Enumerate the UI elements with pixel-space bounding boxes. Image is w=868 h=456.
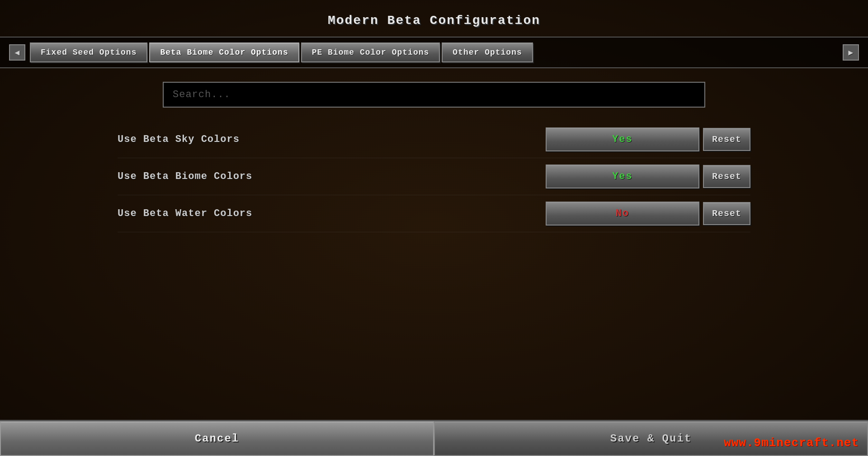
option-row-biome: Use Beta Biome Colors Yes Reset bbox=[118, 158, 750, 195]
value-button-sky[interactable]: Yes bbox=[546, 127, 699, 151]
bottom-bar: Cancel Save & Quit www.9minecraft.net bbox=[0, 420, 868, 456]
page-title: Modern Beta Configuration bbox=[328, 14, 540, 28]
tab-beta-biome-color[interactable]: Beta Biome Color Options bbox=[149, 42, 299, 62]
option-controls-sky: Yes Reset bbox=[546, 127, 750, 151]
tab-other-options[interactable]: Other Options bbox=[442, 42, 533, 62]
tabs-list: Fixed Seed Options Beta Biome Color Opti… bbox=[25, 38, 843, 67]
tabs-bar: ◀ Fixed Seed Options Beta Biome Color Op… bbox=[0, 37, 868, 68]
reset-button-water[interactable]: Reset bbox=[703, 202, 750, 225]
value-button-biome[interactable]: Yes bbox=[546, 165, 699, 188]
value-button-water[interactable]: No bbox=[546, 202, 699, 226]
tab-arrow-right[interactable]: ▶ bbox=[843, 44, 859, 61]
search-bar-container bbox=[163, 82, 705, 108]
options-list: Use Beta Sky Colors Yes Reset Use Beta B… bbox=[118, 121, 750, 232]
watermark: www.9minecraft.net bbox=[724, 436, 859, 450]
reset-button-biome[interactable]: Reset bbox=[703, 165, 750, 188]
cancel-button[interactable]: Cancel bbox=[0, 421, 434, 456]
option-label-water: Use Beta Water Colors bbox=[118, 208, 252, 219]
option-controls-water: No Reset bbox=[546, 202, 750, 226]
tab-arrow-left[interactable]: ◀ bbox=[9, 44, 25, 61]
main-content: Use Beta Sky Colors Yes Reset Use Beta B… bbox=[0, 68, 868, 420]
tab-pe-biome-color[interactable]: PE Biome Color Options bbox=[301, 42, 440, 62]
tab-fixed-seed[interactable]: Fixed Seed Options bbox=[30, 42, 147, 62]
option-row-water: Use Beta Water Colors No Reset bbox=[118, 195, 750, 232]
reset-button-sky[interactable]: Reset bbox=[703, 128, 750, 151]
option-label-biome: Use Beta Biome Colors bbox=[118, 171, 252, 182]
option-label-sky: Use Beta Sky Colors bbox=[118, 134, 240, 145]
option-row-sky: Use Beta Sky Colors Yes Reset bbox=[118, 121, 750, 158]
search-input[interactable] bbox=[163, 82, 705, 108]
option-controls-biome: Yes Reset bbox=[546, 165, 750, 188]
